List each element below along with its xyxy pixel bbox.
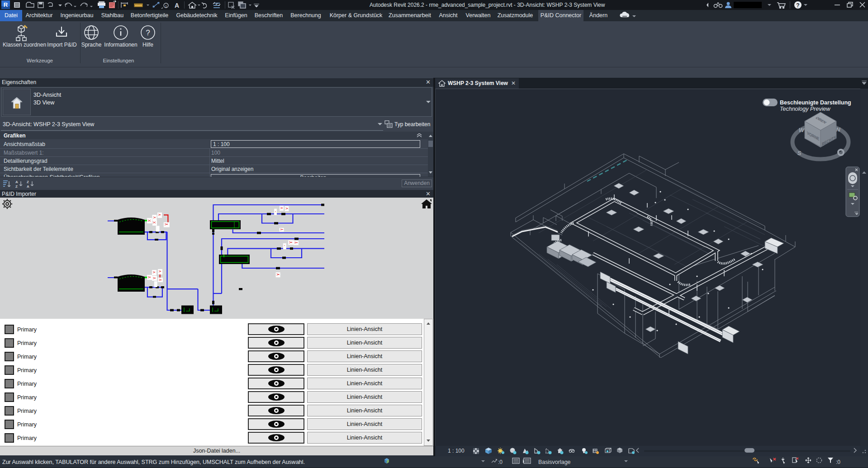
svg-text:Technology Preview: Technology Preview [780, 106, 830, 112]
svg-text:?: ? [146, 28, 150, 37]
svg-text::0: :0 [498, 459, 503, 465]
svg-text:1 : 100: 1 : 100 [448, 448, 465, 454]
svg-text:A: A [15, 180, 18, 184]
svg-text:A: A [175, 2, 179, 9]
svg-text:?: ? [796, 2, 799, 9]
svg-text:Basisvorlage: Basisvorlage [538, 459, 571, 465]
svg-text:N: N [836, 126, 840, 133]
svg-text:Zur Auswahl klicken, TABULATOR: Zur Auswahl klicken, TABULATOR für ander… [2, 459, 305, 465]
svg-text:Beschleunigte Darstellung: Beschleunigte Darstellung [780, 99, 851, 106]
svg-text:Z: Z [15, 184, 18, 189]
svg-text:1: 1 [165, 4, 167, 8]
svg-text::0: :0 [836, 459, 840, 465]
svg-text:A: A [27, 184, 29, 189]
svg-text:R: R [4, 1, 8, 8]
svg-text:S: S [797, 150, 802, 156]
svg-text:W: W [799, 127, 805, 133]
svg-text:Z: Z [27, 180, 29, 184]
